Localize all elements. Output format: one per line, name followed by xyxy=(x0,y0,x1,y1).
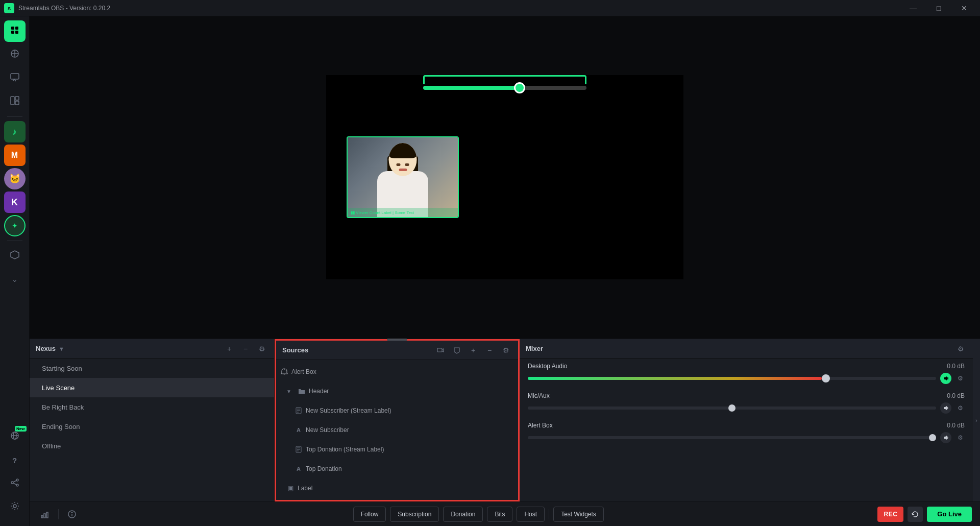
go-live-button[interactable]: Go Live xyxy=(927,507,972,522)
source-item-alert-box[interactable]: Alert Box 🔗 👁 xyxy=(276,362,518,381)
source-alert-box-link[interactable]: 🔗 xyxy=(492,367,502,377)
scene-item-starting-soon[interactable]: Starting Soon xyxy=(30,358,274,378)
scenes-add-button[interactable]: + xyxy=(223,343,235,355)
sources-add-button[interactable]: + xyxy=(467,344,479,356)
source-item-label[interactable]: ▣ Label 🔗 👁 xyxy=(276,479,518,498)
sidebar-item-share[interactable] xyxy=(4,473,26,494)
mixer-alertbox-level: 0.0 dB xyxy=(947,422,965,429)
scenes-panel: Nexus ▼ + − ⚙ Starting Soon Live Scene xyxy=(30,339,275,501)
preview-area: ▮▮ Viewer Count Label | Some Text xyxy=(30,16,980,338)
follow-alert-button[interactable]: Follow xyxy=(353,507,386,522)
source-lbl-visible[interactable]: 👁 xyxy=(504,483,514,493)
bits-alert-button[interactable]: Bits xyxy=(487,507,512,522)
sidebar-item-home[interactable] xyxy=(4,20,26,42)
scenes-remove-button[interactable]: − xyxy=(239,343,252,355)
scenes-dropdown-icon[interactable]: ▼ xyxy=(59,346,64,352)
mixer-item-alertbox: Alert Box 0.0 dB xyxy=(528,422,965,443)
close-button[interactable]: ✕ xyxy=(952,0,976,16)
sidebar-item-mixer[interactable]: M xyxy=(4,145,26,166)
sources-drag-handle[interactable] xyxy=(387,339,407,341)
sidebar-item-avatar1[interactable]: 🐱 xyxy=(4,168,26,189)
source-item-new-subscriber-label[interactable]: New Subscriber (Stream Label) 🔗 👁 xyxy=(276,401,518,420)
source-ns-link[interactable]: 🔗 xyxy=(492,425,502,435)
mixer-alertbox-settings[interactable]: ⚙ xyxy=(955,433,965,442)
mixer-desktop-fader[interactable] xyxy=(528,377,936,380)
new-subscriber-label-icon xyxy=(295,407,303,415)
mixer-desktop-settings[interactable]: ⚙ xyxy=(955,374,965,383)
source-alert-box-visible[interactable]: 👁 xyxy=(504,367,514,377)
scene-item-ending-soon[interactable]: Ending Soon xyxy=(30,417,274,436)
scene-item-offline[interactable]: Offline xyxy=(30,436,274,456)
reset-button[interactable] xyxy=(908,507,923,522)
source-nsl-visible[interactable]: 👁 xyxy=(504,405,514,416)
chat-icon xyxy=(10,73,19,84)
svg-point-20 xyxy=(13,505,16,508)
sources-panel-controls: + − ⚙ xyxy=(434,344,512,356)
globe-icon xyxy=(10,431,19,443)
subscription-alert-button[interactable]: Subscription xyxy=(390,507,439,522)
sidebar-item-avatar2[interactable]: K xyxy=(4,192,26,213)
source-td-visible[interactable]: 👁 xyxy=(504,464,514,474)
source-lbl-link[interactable]: 🔗 xyxy=(492,483,502,493)
sidebar-divider-1 xyxy=(7,116,22,117)
scene-item-live-scene[interactable]: Live Scene xyxy=(30,378,274,397)
source-item-top-donation[interactable]: A Top Donation 🔗 👁 xyxy=(276,459,518,479)
mixer-mic-settings[interactable]: ⚙ xyxy=(955,403,965,413)
sidebar-item-help[interactable]: ? xyxy=(4,449,26,471)
sidebar-item-themes[interactable] xyxy=(4,44,26,65)
bottom-panel: Nexus ▼ + − ⚙ Starting Soon Live Scene xyxy=(30,338,980,501)
sidebar-item-plugins[interactable] xyxy=(4,245,26,267)
mixer-alertbox-mute-btn[interactable] xyxy=(940,432,951,443)
source-header-visible[interactable]: 👁 xyxy=(504,386,514,396)
mixer-desktop-knob[interactable] xyxy=(822,374,830,382)
source-ns-visible[interactable]: 👁 xyxy=(504,425,514,435)
right-collapse-btn[interactable]: › xyxy=(973,339,980,501)
minimize-button[interactable]: — xyxy=(901,0,925,16)
sources-add-game-button[interactable] xyxy=(451,344,463,356)
sources-settings-button[interactable]: ⚙ xyxy=(500,344,512,356)
test-widgets-button[interactable]: Test Widgets xyxy=(553,507,604,522)
source-tdl-visible[interactable]: 👁 xyxy=(504,444,514,455)
new-subscriber-icon: A xyxy=(295,426,303,434)
footer-bar: Follow Subscription Donation Bits Host T… xyxy=(30,501,980,526)
mixer-mic-fader[interactable] xyxy=(528,407,936,410)
source-header-link[interactable]: 🔗 xyxy=(492,386,502,396)
rec-button[interactable]: REC xyxy=(877,507,903,522)
scenes-settings-button[interactable]: ⚙ xyxy=(256,343,268,355)
host-alert-button[interactable]: Host xyxy=(517,507,545,522)
sidebar-item-collapse[interactable]: ⌄ xyxy=(4,269,26,290)
sidebar-item-layout[interactable] xyxy=(4,91,26,112)
svg-rect-3 xyxy=(15,27,18,30)
source-nsl-link[interactable]: 🔗 xyxy=(492,405,502,416)
info-button[interactable] xyxy=(65,507,79,521)
svg-rect-8 xyxy=(11,97,14,105)
app-body: ♪ M 🐱 K ✦ ⌄ xyxy=(0,16,980,526)
sidebar-item-avatar3[interactable]: ✦ xyxy=(4,215,26,236)
sidebar-item-streamlabs[interactable]: ♪ xyxy=(4,121,26,142)
source-item-new-subscriber[interactable]: A New Subscriber 🔗 👁 xyxy=(276,420,518,440)
sources-webcam-button[interactable] xyxy=(434,344,447,356)
stats-button[interactable] xyxy=(38,507,52,521)
source-td-link[interactable]: 🔗 xyxy=(492,464,502,474)
svg-marker-30 xyxy=(944,376,947,380)
mixer-mic-mute-btn[interactable] xyxy=(940,402,951,414)
maximize-button[interactable]: □ xyxy=(927,0,950,16)
mixer-desktop-mute-btn[interactable] xyxy=(940,373,951,384)
footer-right: REC Go Live xyxy=(877,507,972,522)
sidebar-item-globe[interactable]: New xyxy=(4,426,26,447)
scenes-panel-title: Nexus xyxy=(36,345,56,352)
scene-item-be-right-back[interactable]: Be Right Back xyxy=(30,397,274,417)
mixer-alertbox-fader[interactable] xyxy=(528,436,936,439)
donation-alert-button[interactable]: Donation xyxy=(443,507,483,522)
svg-marker-33 xyxy=(944,406,947,410)
sidebar-item-chat[interactable] xyxy=(4,67,26,89)
mixer-alertbox-name: Alert Box xyxy=(528,422,553,429)
source-header-name: Header xyxy=(309,388,488,395)
layout-icon xyxy=(10,96,19,108)
mixer-settings-button[interactable]: ⚙ xyxy=(954,343,967,355)
sidebar-item-settings[interactable] xyxy=(4,496,26,518)
sources-remove-button[interactable]: − xyxy=(483,344,496,356)
source-item-header[interactable]: ▼ Header 🔗 👁 xyxy=(276,381,518,401)
source-tdl-link[interactable]: 🔗 xyxy=(492,444,502,455)
source-item-top-donation-label[interactable]: Top Donation (Stream Label) 🔗 👁 xyxy=(276,440,518,459)
